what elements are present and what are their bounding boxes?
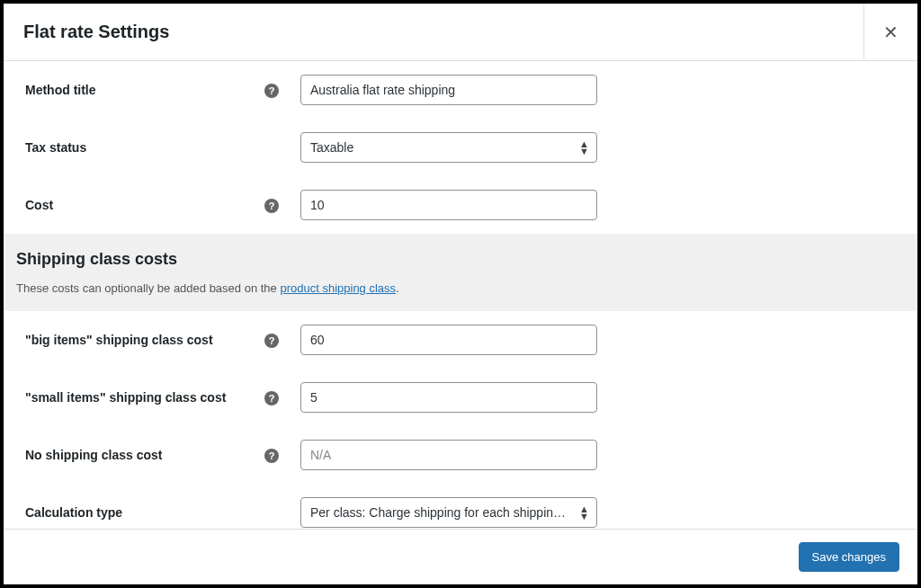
- row-method-title: Method title ?: [4, 61, 917, 119]
- section-desc-suffix: .: [396, 281, 399, 295]
- modal-footer: Save changes: [4, 529, 917, 584]
- close-icon: ✕: [883, 22, 899, 43]
- label-tax-status: Tax status: [4, 119, 264, 176]
- help-icon[interactable]: ?: [264, 334, 279, 348]
- close-button[interactable]: ✕: [863, 5, 917, 59]
- label-method-title: Method title: [4, 61, 264, 119]
- flat-rate-settings-modal: Flat rate Settings ✕ Method title ? Tax …: [4, 4, 917, 584]
- tax-status-value: Taxable: [310, 140, 571, 155]
- help-icon[interactable]: ?: [264, 199, 279, 213]
- row-cost: Cost ?: [4, 176, 917, 234]
- cost-input[interactable]: [300, 190, 597, 220]
- shipping-class-costs-section: Shipping class costs These costs can opt…: [4, 234, 917, 311]
- label-no-class: No shipping class cost: [4, 426, 264, 484]
- label-calculation-type: Calculation type: [4, 484, 264, 529]
- big-items-cost-input[interactable]: [300, 325, 597, 355]
- modal-header: Flat rate Settings ✕: [4, 4, 917, 61]
- calculation-type-select[interactable]: Per class: Charge shipping for each ship…: [300, 497, 597, 528]
- product-shipping-class-link[interactable]: product shipping class: [280, 281, 396, 295]
- modal-body: Method title ? Tax status Taxable ▲▼: [4, 61, 917, 529]
- small-items-cost-input[interactable]: [300, 382, 597, 413]
- help-icon[interactable]: ?: [264, 449, 279, 463]
- row-calculation-type: Calculation type Per class: Charge shipp…: [4, 484, 917, 529]
- settings-table: Method title ? Tax status Taxable ▲▼: [4, 61, 917, 234]
- calculation-type-value: Per class: Charge shipping for each ship…: [310, 505, 571, 520]
- row-no-class-cost: No shipping class cost ?: [4, 426, 917, 484]
- no-class-cost-input[interactable]: [300, 440, 597, 470]
- section-desc-prefix: These costs can optionally be added base…: [16, 281, 280, 295]
- modal-title: Flat rate Settings: [4, 4, 189, 60]
- section-heading: Shipping class costs: [16, 250, 905, 269]
- label-cost: Cost: [4, 176, 264, 234]
- select-arrows-icon: ▲▼: [579, 140, 589, 155]
- tax-status-select[interactable]: Taxable ▲▼: [300, 132, 597, 163]
- help-icon[interactable]: ?: [264, 84, 279, 98]
- row-small-items-cost: "small items" shipping class cost ?: [4, 369, 917, 426]
- save-changes-button[interactable]: Save changes: [799, 542, 899, 572]
- help-icon[interactable]: ?: [264, 391, 279, 405]
- label-small-items: "small items" shipping class cost: [4, 369, 264, 426]
- row-tax-status: Tax status Taxable ▲▼: [4, 119, 917, 176]
- select-arrows-icon: ▲▼: [579, 505, 589, 520]
- class-costs-table: "big items" shipping class cost ? "small…: [4, 311, 917, 529]
- row-big-items-cost: "big items" shipping class cost ?: [4, 311, 917, 369]
- section-description: These costs can optionally be added base…: [16, 281, 905, 295]
- method-title-input[interactable]: [300, 75, 597, 105]
- label-big-items: "big items" shipping class cost: [4, 311, 264, 369]
